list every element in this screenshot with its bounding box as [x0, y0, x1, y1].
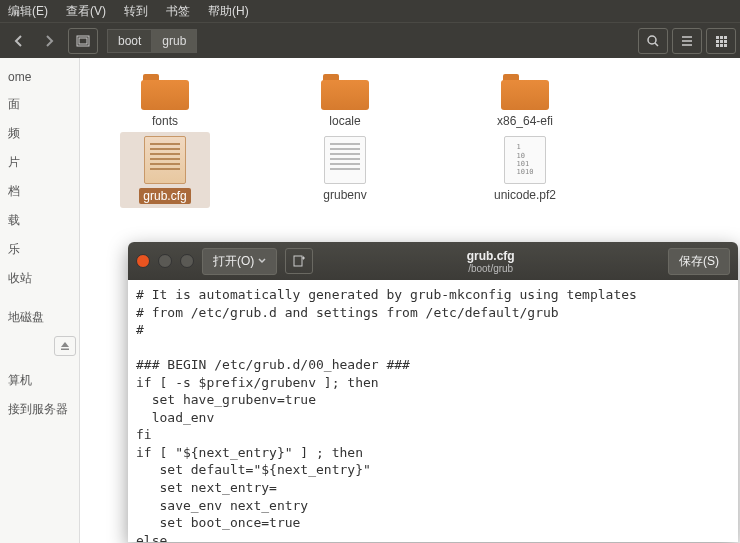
sidebar-item-connect-server[interactable]: 接到服务器 — [0, 395, 79, 424]
sidebar-item-pictures[interactable]: 片 — [0, 148, 79, 177]
back-button[interactable] — [4, 27, 32, 55]
folder-icon — [501, 72, 549, 110]
svg-rect-1 — [79, 38, 87, 44]
search-button[interactable] — [638, 28, 668, 54]
svg-rect-9 — [724, 36, 727, 39]
window-minimize-button[interactable] — [158, 254, 172, 268]
svg-rect-7 — [716, 36, 719, 39]
eject-button[interactable] — [54, 336, 76, 356]
sidebar-item-downloads[interactable]: 载 — [0, 206, 79, 235]
grid-view-button[interactable] — [706, 28, 736, 54]
file-item[interactable]: x86_64-efi — [480, 68, 570, 132]
file-item[interactable]: grubenv — [300, 132, 390, 208]
file-label: grubenv — [323, 188, 366, 202]
toolbar: boot grub — [0, 22, 740, 58]
file-label: grub.cfg — [139, 188, 190, 204]
open-label: 打开(O) — [213, 253, 254, 270]
file-item[interactable]: fonts — [120, 68, 210, 132]
sidebar: ome 面 频 片 档 载 乐 收站 地磁盘 算机 接到服务器 — [0, 58, 80, 543]
file-item[interactable]: locale — [300, 68, 390, 132]
breadcrumb: boot grub — [108, 29, 197, 53]
sidebar-item-videos[interactable]: 频 — [0, 119, 79, 148]
crumb-grub[interactable]: grub — [151, 29, 197, 53]
menu-go[interactable]: 转到 — [124, 3, 148, 20]
svg-line-3 — [655, 43, 658, 46]
editor-text-content[interactable]: # It is automatically generated by grub-… — [128, 280, 738, 542]
editor-titlebar[interactable]: 打开(O) grub.cfg /boot/grub 保存(S) — [128, 242, 738, 280]
svg-rect-17 — [294, 256, 302, 266]
save-button[interactable]: 保存(S) — [668, 248, 730, 275]
sidebar-item-home[interactable]: ome — [0, 64, 79, 90]
list-view-button[interactable] — [672, 28, 702, 54]
svg-rect-12 — [724, 40, 727, 43]
svg-rect-10 — [716, 40, 719, 43]
crumb-boot[interactable]: boot — [107, 29, 152, 53]
svg-point-2 — [648, 36, 656, 44]
editor-path: /boot/grub — [321, 263, 660, 274]
chevron-down-icon — [258, 258, 266, 264]
sidebar-item-documents[interactable]: 档 — [0, 177, 79, 206]
textfile-icon — [144, 136, 186, 184]
menubar: 编辑(E) 查看(V) 转到 书签 帮助(H) — [0, 0, 740, 22]
text-editor-window: 打开(O) grub.cfg /boot/grub 保存(S) # It is … — [128, 242, 738, 542]
sidebar-item-computer[interactable]: 算机 — [0, 366, 79, 395]
svg-rect-8 — [720, 36, 723, 39]
drive-icon[interactable] — [68, 28, 98, 54]
window-close-button[interactable] — [136, 254, 150, 268]
file-item[interactable]: grub.cfg — [120, 132, 210, 208]
binary-file-icon: 1101011010 — [504, 136, 546, 184]
menu-bookmarks[interactable]: 书签 — [166, 3, 190, 20]
file-label: fonts — [152, 114, 178, 128]
editor-title: grub.cfg /boot/grub — [321, 249, 660, 274]
sidebar-item-music[interactable]: 乐 — [0, 235, 79, 264]
menu-help[interactable]: 帮助(H) — [208, 3, 249, 20]
file-label: x86_64-efi — [497, 114, 553, 128]
editor-filename: grub.cfg — [321, 249, 660, 263]
sidebar-item-trash[interactable]: 收站 — [0, 264, 79, 293]
file-item[interactable]: 1101011010 unicode.pf2 — [480, 132, 570, 208]
svg-rect-11 — [720, 40, 723, 43]
new-tab-button[interactable] — [285, 248, 313, 274]
menu-view[interactable]: 查看(V) — [66, 3, 106, 20]
file-label: locale — [329, 114, 360, 128]
open-button[interactable]: 打开(O) — [202, 248, 277, 275]
menu-edit[interactable]: 编辑(E) — [8, 3, 48, 20]
svg-rect-16 — [61, 349, 69, 351]
window-maximize-button[interactable] — [180, 254, 194, 268]
svg-rect-14 — [720, 44, 723, 47]
file-label: unicode.pf2 — [494, 188, 556, 202]
folder-icon — [141, 72, 189, 110]
svg-rect-13 — [716, 44, 719, 47]
folder-icon — [321, 72, 369, 110]
textfile-icon — [324, 136, 366, 184]
sidebar-item-localdisk[interactable]: 地磁盘 — [0, 303, 79, 332]
sidebar-item-desktop[interactable]: 面 — [0, 90, 79, 119]
svg-rect-15 — [724, 44, 727, 47]
forward-button[interactable] — [36, 27, 64, 55]
